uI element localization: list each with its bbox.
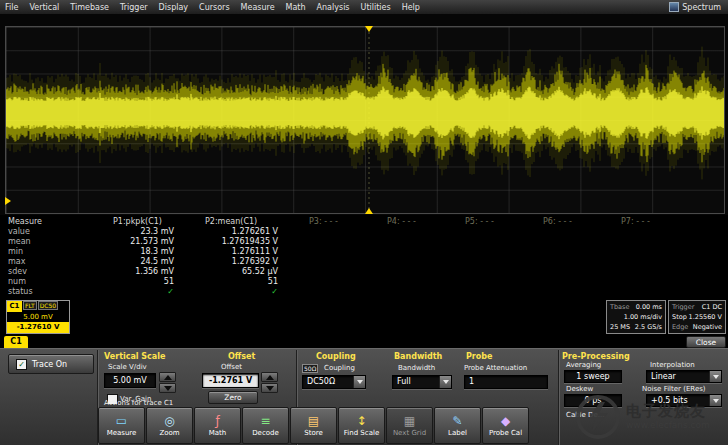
action-button[interactable]: ƒ Math: [194, 407, 241, 444]
measure-cell: [608, 247, 686, 257]
action-button-label: Store: [304, 429, 323, 437]
measure-param-header[interactable]: P4: - - -: [374, 217, 452, 227]
measure-param-header[interactable]: P7: - - -: [608, 217, 686, 227]
menu-item[interactable]: Help: [402, 3, 420, 12]
trigger-descriptor[interactable]: TriggerC1 DC Stop1.25560 V EdgeNegative: [668, 300, 726, 334]
menu-bar: FileVerticalTimebaseTriggerDisplayCursor…: [0, 0, 728, 14]
measure-cell: 65.52 μV: [192, 267, 296, 277]
interpolation-select[interactable]: Linear: [646, 370, 722, 383]
trace-on-toggle[interactable]: ✓ Trace On: [8, 354, 94, 374]
trigger-label: Trigger: [672, 302, 694, 312]
channel-offset-marker[interactable]: [5, 197, 11, 205]
trace-on-checkbox[interactable]: ✓: [16, 359, 27, 370]
measure-cell: [374, 227, 452, 237]
action-button[interactable]: ≡ Decode: [242, 407, 289, 444]
actions-label: Actions for trace C1: [104, 399, 173, 407]
averaging-field[interactable]: 1 sweep: [564, 370, 622, 383]
zero-offset-button[interactable]: Zero: [208, 391, 258, 404]
menu-item[interactable]: Timebase: [70, 3, 109, 12]
action-button[interactable]: ↕ Find Scale: [338, 407, 385, 444]
interpolation-value: Linear: [651, 372, 676, 381]
find-scale-icon: ↕: [356, 415, 366, 428]
measure-cell: 24.5 mV: [100, 257, 192, 267]
waveform-display: [0, 14, 728, 215]
menu-item[interactable]: Cursors: [199, 3, 229, 12]
action-button[interactable]: ◆ Probe Cal: [482, 407, 529, 444]
measure-param-header[interactable]: P5: - - -: [452, 217, 530, 227]
measure-param-header[interactable]: Measure: [0, 217, 100, 227]
menu-item[interactable]: File: [5, 3, 18, 12]
offset-decrement-button[interactable]: [261, 383, 278, 393]
measure-row: mean 21.573 mV1.27619435 V: [0, 237, 728, 247]
bandwidth-value: Full: [397, 377, 411, 386]
menu-item[interactable]: Measure: [241, 3, 275, 12]
triangle-down-icon: [266, 386, 274, 391]
offset-increment-button[interactable]: [261, 372, 278, 382]
action-button[interactable]: ▭ Measure: [98, 407, 145, 444]
timebase-per-div: 1.00 ms/div: [624, 312, 662, 322]
measure-cell: [374, 247, 452, 257]
trace-on-label: Trace On: [32, 360, 67, 369]
measure-row-label: max: [0, 257, 100, 267]
action-button[interactable]: ▦ Next Grid: [386, 407, 433, 444]
menu-item[interactable]: Math: [286, 3, 306, 12]
action-button[interactable]: ◎ Zoom: [146, 407, 193, 444]
menu-item[interactable]: Trigger: [120, 3, 148, 12]
measure-param-header[interactable]: P1:pkpk(C1): [100, 217, 192, 227]
measure-cell: ✓: [192, 287, 296, 297]
close-button[interactable]: Close: [686, 336, 726, 348]
scale-decrement-button[interactable]: [159, 383, 176, 393]
cable-deembed-label: Cable De...: [566, 411, 604, 419]
trigger-slope: Negative: [693, 322, 722, 332]
measure-cell: [530, 287, 608, 297]
trigger-source: C1 DC: [702, 302, 722, 312]
trigger-time-marker[interactable]: [365, 208, 373, 214]
offset-value-field[interactable]: -1.2761 V: [202, 373, 259, 388]
timebase-descriptor[interactable]: Tbase0.00 ms 1.00 ms/div 25 MS2.5 GS/s: [606, 300, 666, 334]
menu-item[interactable]: Display: [159, 3, 189, 12]
scale-value-field[interactable]: 5.00 mV: [104, 373, 156, 388]
next-grid-icon: ▦: [404, 415, 415, 428]
probe-cal-icon: ◆: [501, 415, 510, 428]
menu-item[interactable]: Analysis: [317, 3, 350, 12]
measure-cell: [530, 277, 608, 287]
measure-cell: ✓: [100, 287, 192, 297]
measure-param-header[interactable]: P6: - - -: [530, 217, 608, 227]
timebase-position: 0.00 ms: [636, 302, 662, 312]
channel-setup-dialog: ✓ Trace On Vertical Scale Scale V/div 5.…: [0, 348, 728, 445]
measure-cell: [374, 237, 452, 247]
measure-param-header[interactable]: P3: - - -: [296, 217, 374, 227]
action-button-label: Math: [209, 429, 227, 437]
scale-increment-button[interactable]: [159, 372, 176, 382]
measure-cell: [374, 287, 452, 297]
channel-c1-descriptor[interactable]: C1 FLT DC50 5.00 mV -1.27610 V: [6, 300, 70, 334]
tab-c1[interactable]: C1: [4, 336, 28, 348]
measure-cell: [452, 237, 530, 247]
measure-cell: [452, 247, 530, 257]
menu-item[interactable]: Vertical: [29, 3, 59, 12]
coupling-section-title: Coupling: [316, 352, 356, 361]
action-button[interactable]: ✎ Label: [434, 407, 481, 444]
measure-param-header[interactable]: P2:mean(C1): [192, 217, 296, 227]
channel-c1-offset: -1.27610 V: [7, 322, 69, 333]
measure-rows: value 23.3 mV1.276261 V mean 21.573 mV1.…: [0, 227, 728, 297]
noise-filter-select[interactable]: +0.5 bits: [646, 394, 722, 407]
deskew-field[interactable]: 0 ps: [564, 394, 622, 407]
menu-items: FileVerticalTimebaseTriggerDisplayCursor…: [5, 3, 420, 12]
measure-cell: [452, 257, 530, 267]
chevron-down-icon: [709, 371, 721, 382]
action-button[interactable]: ▤ Store: [290, 407, 337, 444]
measure-cell: 1.276111 V: [192, 247, 296, 257]
probe-attenuation-field[interactable]: 1: [464, 375, 548, 389]
chevron-down-icon: [709, 395, 721, 406]
spectrum-icon: [669, 2, 679, 12]
chevron-down-icon: [353, 376, 365, 388]
measure-cell: 51: [192, 277, 296, 287]
bandwidth-select[interactable]: Full: [392, 375, 452, 389]
menu-item[interactable]: Utilities: [361, 3, 391, 12]
menu-item-spectrum[interactable]: Spectrum: [682, 3, 721, 12]
trigger-delay-marker[interactable]: [365, 26, 373, 32]
coupling-select[interactable]: DC50Ω: [302, 375, 366, 389]
measure-row-label: min: [0, 247, 100, 257]
measure-cell: [296, 277, 374, 287]
